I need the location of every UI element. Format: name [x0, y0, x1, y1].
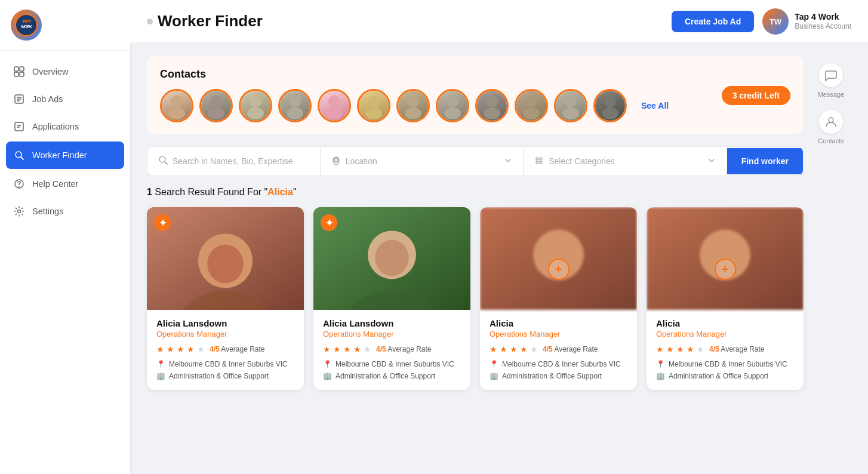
sidebar-item-applications[interactable]: Applications [0, 113, 130, 140]
svg-point-24 [287, 107, 303, 119]
worker-card-image-1: ✦ [147, 207, 304, 310]
svg-point-30 [405, 107, 421, 119]
svg-point-33 [486, 96, 498, 107]
worker-name-2: Alicia Lansdown [323, 318, 461, 328]
svg-point-46 [536, 161, 538, 164]
category-text-1: Administration & Office Support [169, 372, 269, 380]
contact-avatar-10[interactable] [515, 89, 548, 122]
svg-point-39 [604, 96, 616, 107]
account-name: Tap 4 Work [795, 11, 851, 22]
svg-point-29 [407, 96, 419, 107]
search-bar: Location [147, 146, 804, 176]
contacts-avatars: See All [160, 89, 722, 122]
account-text: Tap 4 Work Business Account [795, 11, 851, 32]
contact-avatar-1[interactable] [160, 89, 193, 122]
sidebar-item-worker-finder[interactable]: Worker Finder [6, 141, 124, 169]
card-rating-1: ★ ★ ★ ★ ★ 4/5 Average Rate [156, 344, 294, 354]
worker-card-4[interactable]: + Alicia Operations Manager ★ ★ ★ ★ ★ 4/… [647, 207, 804, 390]
svg-rect-3 [14, 67, 19, 71]
contact-avatar-9[interactable] [475, 89, 509, 122]
create-job-button[interactable]: Create Job Ad [672, 11, 754, 32]
svg-text:TAP4: TAP4 [22, 19, 30, 23]
message-label: Message [818, 91, 845, 98]
sidebar-item-help-center[interactable]: Help Center [0, 170, 130, 198]
svg-point-47 [540, 161, 542, 164]
main-content: Contacts [147, 56, 804, 461]
rating-text-4: 4/5 Average Rate [709, 345, 765, 353]
star-4: ★ [187, 344, 195, 354]
svg-point-60 [829, 118, 833, 122]
card-meta-2: 📍 Melbourne CBD & Inner Suburbs VIC 🏢 Ad… [323, 360, 461, 380]
svg-point-23 [289, 96, 301, 107]
rating-text-3: 4/5 Average Rate [543, 345, 598, 353]
search-name-segment [147, 147, 321, 176]
meta-category-1: 🏢 Administration & Office Support [156, 372, 294, 380]
find-worker-button[interactable]: Find worker [727, 148, 803, 174]
contact-avatar-2[interactable] [199, 89, 233, 122]
svg-rect-6 [20, 72, 24, 76]
page-title: Worker Finder [147, 12, 263, 30]
worker-role-4: Operations Manager [656, 330, 794, 338]
svg-text:TW: TW [769, 17, 782, 26]
star-2: ★ [167, 344, 174, 354]
applications-icon [13, 121, 25, 133]
settings-label: Settings [32, 207, 63, 216]
rating-text-1: 4/5 Average Rate [210, 345, 265, 353]
location-text-1: Melbourne CBD & Inner Suburbs VIC [169, 360, 288, 368]
featured-badge-2: ✦ [321, 214, 337, 231]
worker-finder-label: Worker Finder [32, 150, 87, 160]
location-pin-icon-1: 📍 [156, 360, 165, 368]
contact-avatar-11[interactable] [554, 89, 587, 122]
message-panel-item[interactable]: Message [818, 63, 845, 98]
location-dropdown[interactable]: Location [321, 147, 524, 176]
worker-card-1[interactable]: ✦ Alicia Lansdown Operations Manager ★ ★… [147, 207, 304, 390]
svg-point-14 [18, 210, 21, 213]
svg-point-51 [207, 245, 244, 284]
contacts-panel-item[interactable]: Contacts [818, 110, 844, 144]
svg-line-12 [21, 157, 23, 159]
meta-category-2: 🏢 Administration & Office Support [323, 372, 461, 380]
worker-card-3[interactable]: + Alicia Operations Manager ★ ★ ★ ★ ★ 4/… [480, 207, 637, 390]
contact-avatar-6[interactable] [357, 89, 390, 122]
sidebar-item-job-ads[interactable]: Job Ads [0, 85, 130, 113]
svg-point-25 [328, 96, 340, 107]
search-name-input[interactable] [173, 156, 309, 166]
category-dropdown[interactable]: Select Categories [524, 147, 727, 176]
meta-location-1: 📍 Melbourne CBD & Inner Suburbs VIC [156, 360, 294, 368]
sidebar-item-overview[interactable]: Overview [0, 58, 130, 85]
featured-badge-1: ✦ [154, 214, 171, 231]
worker-card-2[interactable]: ✦ Alicia Lansdown Operations Manager ★ ★… [313, 207, 470, 390]
svg-point-17 [171, 96, 183, 107]
account-info: TW Tap 4 Work Business Account [762, 8, 851, 35]
overview-icon [13, 66, 25, 78]
title-dot [147, 19, 153, 24]
meta-category-4: 🏢 Administration & Office Support [656, 372, 794, 380]
svg-point-22 [247, 107, 264, 119]
contacts-panel: Contacts [147, 56, 804, 134]
main-area: Worker Finder Create Job Ad TW [130, 0, 868, 474]
worker-name-1: Alicia Lansdown [156, 318, 294, 328]
results-label: 1 Search Result Found For "Alicia" [147, 187, 804, 198]
category-chevron-icon [707, 156, 716, 167]
location-placeholder: Location [346, 156, 377, 166]
contact-avatar-5[interactable] [318, 89, 351, 122]
see-all-link[interactable]: See All [641, 101, 669, 110]
header: Worker Finder Create Job Ad TW [130, 0, 868, 43]
contact-avatar-8[interactable] [436, 89, 469, 122]
contact-avatar-12[interactable] [593, 89, 627, 122]
contact-avatar-3[interactable] [239, 89, 272, 122]
contact-avatar-7[interactable] [396, 89, 430, 122]
worker-cards: ✦ Alicia Lansdown Operations Manager ★ ★… [147, 207, 804, 390]
card-rating-2: ★ ★ ★ ★ ★ 4/5 Average Rate [323, 344, 461, 354]
contact-avatar-4[interactable] [278, 89, 312, 122]
worker-role-3: Operations Manager [490, 330, 627, 338]
svg-point-31 [447, 96, 458, 107]
svg-point-19 [210, 96, 222, 107]
card-body-2: Alicia Lansdown Operations Manager ★ ★ ★… [313, 310, 470, 390]
meta-location-2: 📍 Melbourne CBD & Inner Suburbs VIC [323, 360, 461, 368]
svg-point-21 [250, 96, 261, 107]
meta-location-4: 📍 Melbourne CBD & Inner Suburbs VIC [656, 360, 794, 368]
sidebar-item-settings[interactable]: Settings [0, 198, 130, 225]
meta-location-3: 📍 Melbourne CBD & Inner Suburbs VIC [490, 360, 627, 368]
contacts-label: Contacts [818, 137, 844, 144]
